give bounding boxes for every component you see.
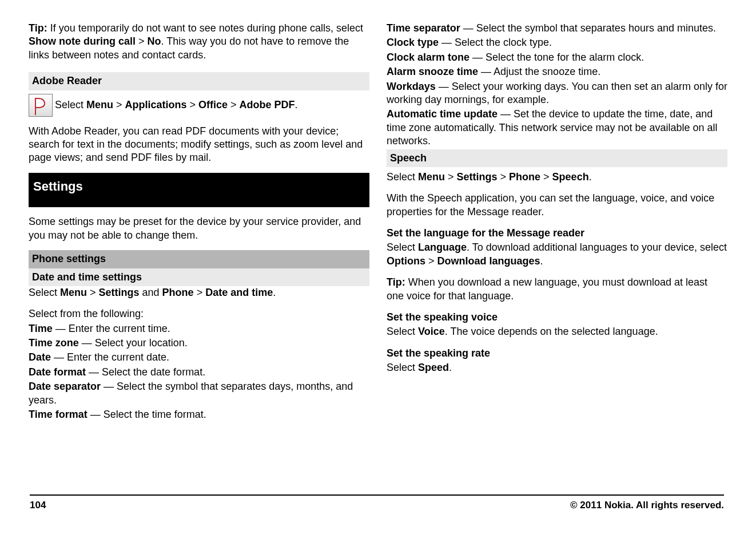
right-column: Time separator — Select the symbol that … <box>387 22 727 422</box>
voice-text: . The voice depends on the selected lang… <box>445 326 658 337</box>
select-following: Select from the following: <box>29 307 369 321</box>
settings-intro: Some settings may be preset for the devi… <box>29 215 369 242</box>
phone-settings-heading: Phone settings <box>29 250 369 268</box>
rate-para: Select Speed. <box>387 361 727 374</box>
set-lang-options: Options <box>387 255 425 267</box>
adobe-pdf-icon <box>29 94 53 117</box>
opt-auto-time: Automatic time update — Set the device t… <box>387 108 727 148</box>
rate-speed: Speed <box>418 362 449 373</box>
opt-clock-alarm: Clock alarm tone — Select the tone for t… <box>387 51 727 64</box>
adobe-select-text: Select <box>55 98 86 110</box>
copyright: © 2011 Nokia. All rights reserved. <box>570 499 724 512</box>
tip2-text: When you download a new language, you mu… <box>387 276 707 301</box>
tip-text-a: If you temporarily do not want to see no… <box>47 22 363 34</box>
dt-nav-para: Select Menu > Settings and Phone > Date … <box>29 286 369 299</box>
tip-label: Tip: <box>29 22 47 34</box>
tip-no: No <box>148 35 161 47</box>
adobe-desc: With Adobe Reader, you can read PDF docu… <box>29 125 369 165</box>
rate-period: . <box>449 362 452 373</box>
sp-phone: Phone <box>509 171 540 183</box>
adobe-office: Office <box>198 98 228 110</box>
opt-snooze: Alarm snooze time — Adjust the snooze ti… <box>387 65 727 78</box>
settings-heading: Settings <box>29 173 369 208</box>
dt-settings: Settings <box>99 287 140 298</box>
dt-period: . <box>273 287 276 298</box>
opt-date-format: Date format — Select the date format. <box>29 366 369 379</box>
dt-menu: Menu <box>60 287 87 298</box>
tip-paragraph: Tip: If you temporarily do not want to s… <box>29 22 369 62</box>
speech-nav-para: Select Menu > Settings > Phone > Speech. <box>387 171 727 184</box>
opt-time-sep: Time separator — Select the symbol that … <box>387 22 727 35</box>
adobe-nav-para: Select Menu > Applications > Office > Ad… <box>29 94 369 117</box>
sp-menu: Menu <box>418 171 445 183</box>
set-lang-heading: Set the language for the Message reader <box>387 227 727 240</box>
voice-heading: Set the speaking voice <box>387 311 727 324</box>
speech-desc: With the Speech application, you can set… <box>387 192 727 219</box>
opt-timezone: Time zone — Select your location. <box>29 337 369 350</box>
tip-show-note: Show note during call <box>29 35 136 47</box>
sp-select: Select <box>387 171 418 183</box>
dt-select: Select <box>29 287 60 298</box>
voice-voice: Voice <box>418 326 445 337</box>
rate-select: Select <box>387 362 418 373</box>
tip2-para: Tip: When you download a new language, y… <box>387 276 727 303</box>
opt-time-format: Time format — Select the time format. <box>29 408 369 421</box>
voice-select: Select <box>387 326 418 337</box>
tip-gt: > <box>136 35 148 47</box>
opt-workdays: Workdays — Select your working days. You… <box>387 80 727 107</box>
set-lang-period: . <box>540 255 543 267</box>
page-content: Tip: If you temporarily do not want to s… <box>0 0 756 422</box>
adobe-apps: Applications <box>125 98 187 110</box>
opt-clock-type: Clock type — Select the clock type. <box>387 36 727 49</box>
dt-and: and <box>140 287 162 298</box>
adobe-pdf: Adobe PDF <box>240 98 295 110</box>
set-lang-dl: Download languages <box>437 255 540 267</box>
opt-date: Date — Enter the current date. <box>29 351 369 364</box>
set-lang-para: Select Language. To download additional … <box>387 241 727 268</box>
speech-heading: Speech <box>387 149 727 167</box>
adobe-period: . <box>295 98 298 110</box>
set-lang-select: Select <box>387 242 418 253</box>
rate-heading: Set the speaking rate <box>387 347 727 360</box>
dt-phone: Phone <box>162 287 194 298</box>
opt-date-sep: Date separator — Select the symbol that … <box>29 380 369 407</box>
tip2-label: Tip: <box>387 276 405 288</box>
set-lang-language: Language <box>418 242 467 253</box>
voice-para: Select Voice. The voice depends on the s… <box>387 325 727 338</box>
adobe-menu: Menu <box>86 98 113 110</box>
opt-time: Time — Enter the current time. <box>29 322 369 335</box>
left-column: Tip: If you temporarily do not want to s… <box>29 22 369 422</box>
sp-settings: Settings <box>457 171 498 183</box>
page-footer: 104 © 2011 Nokia. All rights reserved. <box>30 494 724 512</box>
set-lang-text: . To download additional languages to yo… <box>467 242 727 253</box>
sp-speech: Speech <box>552 171 589 183</box>
date-time-heading: Date and time settings <box>29 268 369 286</box>
dt-datetime: Date and time <box>205 287 273 298</box>
sp-period: . <box>589 171 592 183</box>
adobe-reader-heading: Adobe Reader <box>29 72 369 90</box>
page-number: 104 <box>30 499 46 512</box>
